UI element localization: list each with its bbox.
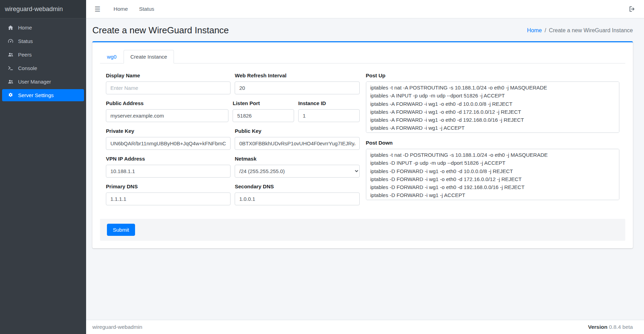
home-icon — [7, 25, 14, 31]
footer-version: Version 0.8.4 beta — [588, 324, 633, 330]
field-netmask: Netmask /24 (255.255.255.0) — [235, 156, 359, 178]
sidebar-item-user-manager[interactable]: User Manager — [2, 76, 84, 88]
page-title: Create a new WireGuard Instance — [92, 25, 229, 36]
top-navbar: ☰ Home Status — [86, 0, 644, 18]
sidebar-item-label: Peers — [18, 52, 32, 58]
content-header: Create a new WireGuard Instance Home / C… — [92, 18, 633, 41]
public-key-label: Public Key — [235, 128, 359, 134]
instance-id-input[interactable] — [298, 109, 360, 122]
field-public-address: Public Address — [106, 100, 228, 122]
field-web-refresh-interval: Web Refresh Interval — [235, 72, 359, 94]
web-refresh-interval-input[interactable] — [235, 82, 359, 94]
private-key-input[interactable] — [106, 137, 231, 150]
display-name-label: Display Name — [106, 72, 231, 78]
footer-version-value: 0.8.4 beta — [609, 324, 633, 330]
instance-card-body: wg0 Create Instance Display Name Web Ref — [92, 42, 633, 248]
primary-dns-label: Primary DNS — [106, 183, 231, 189]
public-address-input[interactable] — [106, 109, 228, 122]
users-icon — [7, 52, 14, 58]
content: Create a new WireGuard Instance Home / C… — [86, 18, 644, 320]
breadcrumb-home-link[interactable]: Home — [527, 27, 542, 34]
footer-brand: wireguard-webadmin — [92, 324, 142, 330]
sidebar-item-label: Console — [18, 65, 37, 71]
public-key-input[interactable] — [235, 137, 359, 150]
netmask-select[interactable]: /24 (255.255.255.0) — [235, 165, 359, 178]
instance-tabs: wg0 Create Instance — [100, 50, 625, 63]
form-footer: Submit — [100, 219, 625, 241]
secondary-dns-input[interactable] — [235, 192, 359, 205]
sidebar-item-peers[interactable]: Peers — [2, 49, 84, 61]
tab-wg0[interactable]: wg0 — [100, 50, 124, 63]
sidebar-item-server-settings[interactable]: Server Settings — [2, 89, 84, 101]
brand-link[interactable]: wireguard-webadmin — [0, 0, 86, 18]
menu-toggle-icon[interactable]: ☰ — [94, 6, 100, 12]
field-post-up: Post Up iptables -t nat -A POSTROUTING -… — [366, 72, 620, 134]
field-vpn-ip-address: VPN IP Address — [106, 156, 231, 178]
netmask-label: Netmask — [235, 156, 359, 162]
private-key-label: Private Key — [106, 128, 231, 134]
primary-dns-input[interactable] — [106, 192, 231, 205]
public-address-label: Public Address — [106, 100, 228, 106]
web-refresh-interval-label: Web Refresh Interval — [235, 72, 359, 78]
sidebar-item-label: Home — [18, 25, 32, 31]
field-private-key: Private Key — [106, 128, 231, 150]
tab-create-instance[interactable]: Create Instance — [124, 50, 174, 63]
form-left-column: Display Name Web Refresh Interval Public… — [106, 72, 360, 211]
sidebar-nav: Home Status Peers Console User Manager — [0, 18, 86, 104]
cogs-icon — [7, 92, 14, 98]
secondary-dns-label: Secondary DNS — [235, 183, 359, 189]
sidebar-item-status[interactable]: Status — [2, 35, 84, 47]
breadcrumb-current: Create a new WireGuard Instance — [549, 27, 633, 34]
listen-port-label: Listen Port — [233, 100, 294, 106]
instance-card: wg0 Create Instance Display Name Web Ref — [92, 41, 633, 248]
form-right-column: Post Up iptables -t nat -A POSTROUTING -… — [366, 72, 620, 211]
sidebar: wireguard-webadmin Home Status Peers Co — [0, 0, 86, 334]
field-display-name: Display Name — [106, 72, 231, 94]
breadcrumb: Home / Create a new WireGuard Instance — [527, 27, 633, 34]
vpn-ip-address-label: VPN IP Address — [106, 156, 231, 162]
navbar-link-home[interactable]: Home — [108, 6, 133, 12]
post-up-label: Post Up — [366, 72, 620, 78]
tachometer-icon — [7, 38, 14, 44]
display-name-input[interactable] — [106, 82, 231, 94]
navbar-link-status[interactable]: Status — [133, 6, 160, 12]
sidebar-item-home[interactable]: Home — [2, 22, 84, 34]
footer: wireguard-webadmin Version 0.8.4 beta — [86, 320, 644, 334]
instance-id-label: Instance ID — [298, 100, 360, 106]
instance-form: Display Name Web Refresh Interval Public… — [100, 72, 625, 211]
breadcrumb-separator: / — [545, 27, 546, 34]
field-public-key: Public Key — [235, 128, 359, 150]
sidebar-item-label: Server Settings — [18, 92, 54, 98]
submit-button[interactable]: Submit — [107, 224, 135, 236]
terminal-icon — [7, 65, 14, 71]
logout-icon[interactable] — [629, 6, 636, 12]
post-up-textarea[interactable]: iptables -t nat -A POSTROUTING -s 10.188… — [366, 82, 620, 133]
field-secondary-dns: Secondary DNS — [235, 183, 359, 205]
vpn-ip-address-input[interactable] — [106, 165, 231, 178]
sidebar-item-label: Status — [18, 38, 33, 44]
footer-version-label: Version — [588, 324, 608, 330]
main-area: ☰ Home Status Create a new WireGuard Ins… — [86, 0, 644, 334]
field-post-down: Post Down iptables -t nat -D POSTROUTING… — [366, 140, 620, 202]
field-listen-port: Listen Port — [233, 100, 294, 122]
users-icon — [7, 79, 14, 85]
sidebar-item-label: User Manager — [18, 79, 51, 85]
post-down-label: Post Down — [366, 140, 620, 146]
brand-text: wireguard-webadmin — [5, 6, 63, 13]
listen-port-input[interactable] — [233, 109, 294, 122]
field-instance-id: Instance ID — [298, 100, 360, 122]
field-primary-dns: Primary DNS — [106, 183, 231, 205]
post-down-textarea[interactable]: iptables -t nat -D POSTROUTING -s 10.188… — [366, 149, 620, 200]
sidebar-item-console[interactable]: Console — [2, 62, 84, 74]
